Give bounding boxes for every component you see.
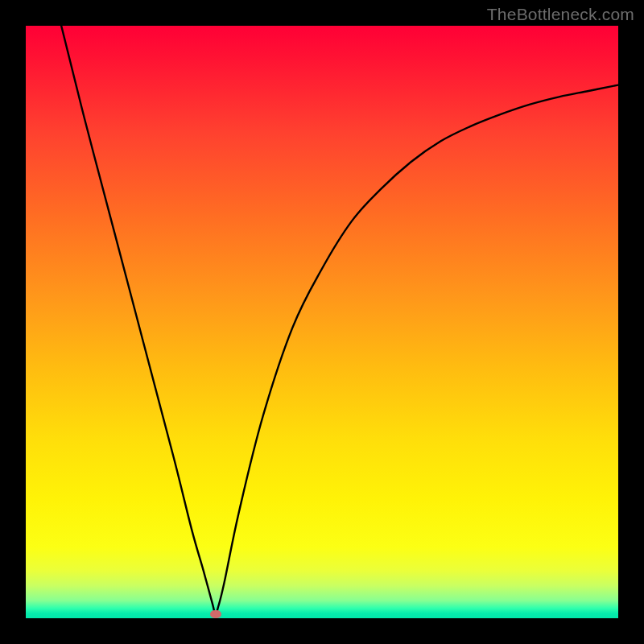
bottleneck-curve [26, 26, 618, 618]
chart-frame: TheBottleneck.com [0, 0, 644, 644]
watermark-text: TheBottleneck.com [487, 5, 634, 24]
plot-area [26, 26, 618, 618]
optimal-point-marker [210, 610, 221, 618]
